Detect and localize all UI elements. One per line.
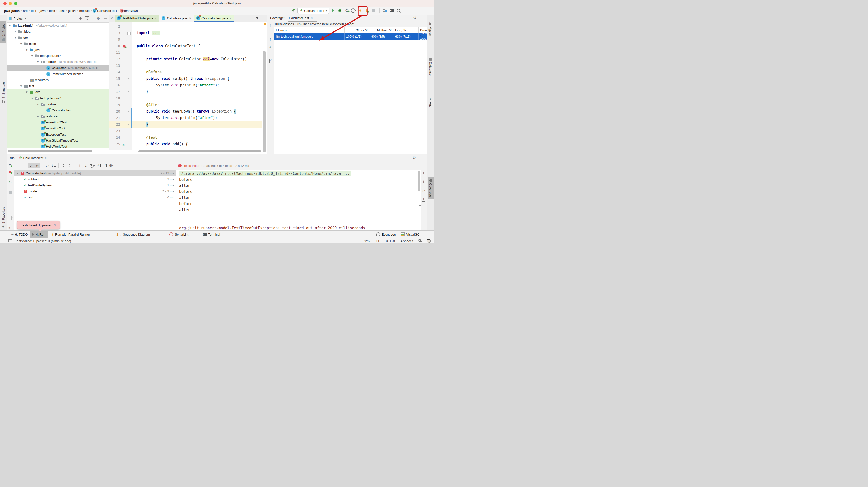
run-with-coverage-button[interactable]: C <box>344 8 350 13</box>
close-icon[interactable]: ✕ <box>311 17 313 19</box>
run-anything-button[interactable] <box>358 8 363 13</box>
tree-item-hasglobaltimeouttest[interactable]: HasGlobalTimeoutTest <box>7 137 109 143</box>
tree-item-idea[interactable]: ▶.idea <box>7 29 109 35</box>
chevron-down-icon[interactable]: ▼ <box>25 91 28 93</box>
tree-item-assertiontest[interactable]: AssertionTest <box>7 125 109 131</box>
fold-marker-icon[interactable] <box>127 124 129 125</box>
fold-marker-icon[interactable] <box>127 78 129 79</box>
toolbar-tab-visualgc[interactable]: VisualGC <box>398 231 422 238</box>
test-row-add[interactable]: ✔add0 ms <box>14 194 176 200</box>
fold-marker-icon[interactable] <box>127 111 129 112</box>
soft-wrap-icon[interactable]: ↩ <box>422 189 425 193</box>
breadcrumb-item[interactable]: junit4 <box>68 9 76 12</box>
run-terminal-button[interactable]: ▶ <box>389 8 395 13</box>
tree-item-main[interactable]: ▼main <box>7 41 109 47</box>
fold-expand-icon[interactable]: + <box>127 32 130 35</box>
tree-item-package-test[interactable]: ▼tech.pdai.junit4 <box>7 95 109 101</box>
tree-item-testsuite[interactable]: ▶testsuite <box>7 113 109 119</box>
scroll-to-end-icon[interactable]: ↓ <box>422 197 425 202</box>
tab-calculatortest-active[interactable]: CalculatorTest.java✕ <box>194 14 234 22</box>
project-structure-button[interactable] <box>382 8 388 13</box>
maximize-window-icon[interactable] <box>14 2 17 5</box>
error-stripe-mark[interactable] <box>264 23 266 25</box>
gear-icon[interactable]: ⚙ <box>413 156 416 160</box>
breadcrumb-item[interactable]: test <box>31 9 36 12</box>
console-exception-line[interactable]: org.junit.runners.model.TestTimedOutExce… <box>179 226 365 230</box>
tree-item-package-main[interactable]: ▼tech.pdai.junit4 <box>7 53 109 59</box>
collapse-all-button[interactable] <box>67 163 73 168</box>
test-row-testdividebyzero[interactable]: ✔testDivideByZero1 ms <box>14 182 176 188</box>
stripe-tab-database[interactable]: Database <box>428 56 434 77</box>
tree-item-calculator[interactable]: Calculator60% methods, 63% li <box>7 65 109 71</box>
search-everywhere-button[interactable] <box>396 8 401 13</box>
next-failed-test-button[interactable]: ↓ <box>83 163 89 168</box>
show-ignored-toggle[interactable]: ⊘ <box>34 163 40 168</box>
close-icon[interactable]: ✕ <box>45 157 47 159</box>
toolbar-tab-event-log[interactable]: Event Log <box>374 231 398 238</box>
chevron-right-icon[interactable]: ▶ <box>36 115 39 118</box>
inspections-profile-icon[interactable] <box>427 239 431 243</box>
close-icon[interactable]: ✕ <box>189 17 191 20</box>
stripe-tab-coverage[interactable]: Coverage <box>428 177 434 199</box>
toolbar-tab-run[interactable]: 4: Run <box>30 231 48 238</box>
indent-setting[interactable]: 4 spaces <box>401 239 413 243</box>
close-icon[interactable]: ✕ <box>109 14 115 22</box>
chevron-down-icon[interactable]: ▼ <box>20 85 23 87</box>
folded-imports[interactable]: ... <box>152 31 160 35</box>
tree-item-root[interactable]: ▼java-junit4~/pdai/www/java-junit4 <box>7 23 109 29</box>
gear-icon[interactable]: ⚙ <box>413 16 416 20</box>
tree-item-java-test[interactable]: ▼java <box>7 89 109 95</box>
tree-item-module-main[interactable]: ▼module100% classes, 63% lines co <box>7 59 109 65</box>
caret-position[interactable]: 22:6 <box>364 239 370 243</box>
stripe-tab-maven[interactable]: m Maven <box>428 20 434 38</box>
breadcrumb-item[interactable]: tearDown <box>124 9 138 12</box>
column-method[interactable]: Method, % <box>370 27 394 33</box>
tab-calculator[interactable]: Calculator.java✕ <box>159 14 194 22</box>
run-configuration-selector[interactable]: CalculatorTest ▼ <box>298 7 330 14</box>
jump-to-source-down-icon[interactable]: ↓ <box>269 45 272 49</box>
tree-item-resources[interactable]: resources <box>7 77 109 83</box>
coverage-suite-tab[interactable]: CalculatorTest <box>289 16 309 20</box>
column-line[interactable]: Line, % <box>394 27 419 33</box>
lock-icon[interactable] <box>420 240 422 242</box>
horizontal-scrollbar[interactable] <box>138 150 261 153</box>
stripe-tab-structure[interactable]: 7: Structure <box>0 80 6 104</box>
hide-panel-button[interactable]: — <box>421 156 424 160</box>
run-test-passed-icon[interactable]: ↻ <box>122 142 125 149</box>
toolbar-tab-parallel-runner[interactable]: Run with Parallel Runner <box>49 231 93 238</box>
hide-panel-button[interactable]: — <box>422 16 425 20</box>
chevron-down-icon[interactable]: ▼ <box>14 37 17 39</box>
breadcrumb-item[interactable]: CalculatorTest <box>97 9 117 12</box>
toolbar-tab-todo[interactable]: ≡ 6: TODO <box>9 231 30 238</box>
locate-file-button[interactable]: ⊕ <box>79 17 82 20</box>
horizontal-scrollbar[interactable] <box>8 150 92 152</box>
run-tab-calculatortest[interactable]: CalculatorTest ✕ <box>17 156 48 160</box>
test-history-button[interactable]: ▾ <box>89 163 95 168</box>
down-icon[interactable]: ↓ <box>422 180 425 184</box>
expand-all-button[interactable] <box>61 163 66 168</box>
debug-button[interactable] <box>337 8 343 13</box>
close-window-icon[interactable] <box>3 2 6 5</box>
tree-item-calculatortest[interactable]: CalculatorTest <box>7 107 109 113</box>
tree-item-java-main[interactable]: ▼java <box>7 47 109 53</box>
breadcrumb-item[interactable]: tech <box>49 9 55 12</box>
breadcrumb-item[interactable]: module <box>79 9 90 12</box>
file-encoding[interactable]: UTF-8 <box>386 239 395 243</box>
vertical-scrollbar[interactable] <box>263 51 266 153</box>
stripe-tab-favorites[interactable]: ★ 2: Favorites <box>0 205 6 230</box>
test-row-subtract[interactable]: ✔subtract2 ms <box>14 176 176 182</box>
stripe-tab-project[interactable]: 1: Project <box>0 21 6 42</box>
test-settings-button[interactable]: ⚙▾ <box>108 163 114 168</box>
tree-item-exceptiontest[interactable]: ExceptionTest <box>7 131 109 137</box>
chevron-down-icon[interactable]: ▼ <box>16 172 20 174</box>
vertical-scrollbar[interactable] <box>418 171 420 191</box>
coverage-row-module[interactable]: tech.pdai.junit4.module 100% (1/1) 60% (… <box>274 33 428 40</box>
code-viewport[interactable]: 2 3+import ... 9 10public class Calculat… <box>109 22 267 150</box>
hide-panel-button[interactable]: — <box>104 17 107 20</box>
chevron-down-icon[interactable]: ▼ <box>25 48 28 51</box>
jump-to-source-up-icon[interactable]: ↑ <box>269 38 272 42</box>
test-console[interactable]: /Library/Java/JavaVirtualMachines/jdk1.8… <box>176 170 421 230</box>
tree-item-primenumberchecker[interactable]: PrimeNumberChecker <box>7 71 109 77</box>
column-class[interactable]: Class, % <box>345 27 370 33</box>
run-class-failed-icon[interactable] <box>123 44 126 48</box>
